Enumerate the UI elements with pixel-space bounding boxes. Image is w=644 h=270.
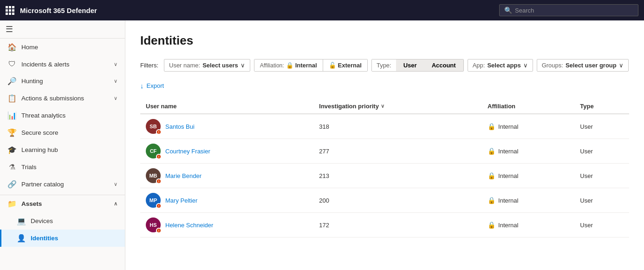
table-row: HS ! Helene Schneider 172🔒InternalUser	[140, 213, 629, 237]
user-name-link[interactable]: Helene Schneider	[165, 222, 213, 229]
assets-header[interactable]: 📁 Assets ∧	[0, 195, 125, 212]
internal-icon: 🔒	[488, 123, 495, 130]
export-row: ↓ Export	[140, 80, 629, 92]
filters-label: Filters:	[140, 62, 158, 69]
export-button[interactable]: ↓ Export	[140, 80, 164, 92]
sidebar-item-home-label: Home	[21, 44, 38, 51]
avatar: MP !	[146, 193, 161, 208]
user-name-link[interactable]: Marie Bender	[165, 172, 202, 179]
user-cell: MB ! Marie Bender	[140, 164, 313, 188]
type-cell: User	[574, 188, 629, 213]
chevron-down-icon: ∨	[523, 62, 528, 69]
assets-icon: 📁	[7, 199, 17, 208]
sidebar-item-threat[interactable]: 📊 Threat analytics	[0, 107, 125, 124]
main-content: Identities Filters: User name: Select us…	[125, 20, 644, 270]
affiliation-external-btn[interactable]: 🔓 External	[323, 59, 367, 71]
priority-cell: 318	[313, 114, 482, 139]
internal-icon: 🔒	[488, 197, 495, 204]
search-box[interactable]: 🔍	[499, 4, 638, 16]
groups-filter[interactable]: Groups: Select user group ∨	[537, 59, 629, 72]
priority-cell: 213	[313, 164, 482, 188]
avatar-initials: HS	[150, 222, 156, 228]
app-launcher-icon[interactable]	[6, 6, 14, 15]
affiliation-cell: 🔒Internal	[482, 114, 574, 139]
sidebar-item-learning[interactable]: 🎓 Learning hub	[0, 141, 125, 158]
sidebar-item-identities[interactable]: 👤 Identities	[0, 230, 125, 247]
sidebar-item-partner-label: Partner catalog	[21, 181, 64, 188]
type-user-btn[interactable]: User	[396, 59, 424, 71]
col-priority[interactable]: Investigation priority ∨	[313, 99, 482, 114]
internal-icon: 🔒	[286, 62, 293, 69]
external-icon: 🔓	[329, 62, 336, 69]
app-title: Microsoft 365 Defender	[20, 7, 494, 14]
internal-label: Internal	[295, 62, 317, 69]
app-filter[interactable]: App: Select apps ∨	[468, 59, 533, 72]
sidebar-item-devices[interactable]: 💻 Devices	[0, 212, 125, 230]
priority-cell: 172	[313, 213, 482, 237]
sidebar-item-incidents-label: Incidents & alerts	[21, 61, 70, 68]
table-body: SB ! Santos Bui 318🔒InternalUser CF ! Co…	[140, 114, 629, 237]
affiliation-value: Internal	[498, 123, 518, 130]
type-label: Type:	[372, 59, 396, 71]
chevron-up-icon: ∧	[114, 201, 117, 207]
avatar-initials: MB	[149, 173, 157, 178]
learning-icon: 🎓	[7, 145, 17, 154]
identities-table: User name Investigation priority ∨ Affil…	[140, 99, 629, 237]
chevron-down-icon: ∨	[114, 181, 117, 187]
avatar-initials: CF	[150, 148, 157, 154]
affiliation-value: Internal	[498, 148, 518, 155]
affiliation-internal-btn[interactable]: Affiliation: 🔒 Internal	[254, 59, 323, 71]
affiliation-label: Affiliation:	[260, 62, 284, 69]
app-filter-value: Select apps	[487, 62, 520, 69]
hunting-icon: 🔎	[7, 77, 17, 86]
sidebar-item-hunting[interactable]: 🔎 Hunting ∨	[0, 72, 125, 90]
sidebar-item-learning-label: Learning hub	[21, 146, 58, 153]
affiliation-value: Internal	[498, 172, 518, 179]
type-cell: User	[574, 139, 629, 164]
trials-icon: ⚗	[7, 163, 17, 171]
alert-badge: !	[156, 154, 162, 159]
sidebar-item-incidents[interactable]: 🛡 Incidents & alerts ∨	[0, 56, 125, 72]
alert-badge: !	[156, 228, 162, 233]
hamburger-icon[interactable]: ☰	[6, 25, 13, 34]
app-filter-label: App:	[473, 62, 485, 69]
search-input[interactable]	[515, 7, 633, 14]
type-cell: User	[574, 213, 629, 237]
user-name-link[interactable]: Courtney Frasier	[165, 148, 210, 155]
page-title: Identities	[140, 33, 629, 48]
sidebar-item-trials[interactable]: ⚗ Trials	[0, 158, 125, 176]
type-cell: User	[574, 114, 629, 139]
user-cell: MP ! Mary Peltier	[140, 188, 313, 213]
sidebar-item-secure[interactable]: 🏆 Secure score	[0, 124, 125, 141]
user-name-link[interactable]: Mary Peltier	[165, 197, 197, 204]
assets-label: Assets	[21, 200, 42, 207]
alert-badge: !	[156, 203, 162, 209]
main-layout: ☰ 🏠 Home 🛡 Incidents & alerts ∨ 🔎 Huntin…	[0, 20, 644, 270]
username-filter-label: User name:	[169, 62, 200, 69]
type-account-btn[interactable]: Account	[424, 59, 463, 71]
chevron-down-icon: ∨	[114, 61, 117, 67]
shield-icon: 🛡	[7, 60, 17, 68]
sidebar-top: ☰	[0, 20, 125, 39]
affiliation-value: Internal	[498, 197, 518, 204]
groups-filter-label: Groups:	[542, 62, 563, 69]
internal-icon: 🔒	[488, 147, 495, 155]
sidebar-item-home[interactable]: 🏠 Home	[0, 39, 125, 56]
groups-filter-value: Select user group	[566, 62, 617, 69]
alert-badge: !	[156, 178, 162, 184]
user-cell: CF ! Courtney Frasier	[140, 139, 313, 164]
devices-icon: 💻	[17, 217, 26, 225]
table-row: MP ! Mary Peltier 200🔒InternalUser	[140, 188, 629, 213]
sidebar-item-secure-label: Secure score	[21, 129, 59, 136]
sidebar-item-identities-label: Identities	[31, 235, 58, 242]
partner-icon: 🔗	[7, 180, 17, 189]
affiliation-toggle: Affiliation: 🔒 Internal 🔓 External	[254, 59, 368, 72]
sidebar-item-actions[interactable]: 📋 Actions & submissions ∨	[0, 90, 125, 107]
sidebar-item-trials-label: Trials	[21, 164, 37, 171]
internal-icon: 🔒	[488, 172, 495, 179]
priority-cell: 277	[313, 139, 482, 164]
avatar-initials: MP	[150, 198, 157, 203]
sidebar-item-partner[interactable]: 🔗 Partner catalog ∨	[0, 176, 125, 193]
username-filter[interactable]: User name: Select users ∨	[164, 59, 250, 72]
user-name-link[interactable]: Santos Bui	[165, 123, 195, 130]
